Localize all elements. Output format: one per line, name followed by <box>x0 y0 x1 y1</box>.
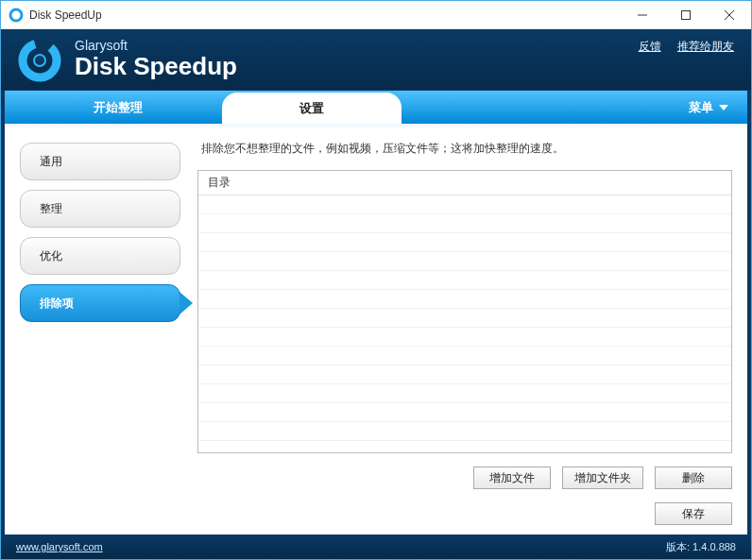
titlebar: Disk SpeedUp <box>1 1 751 29</box>
maximize-icon <box>681 10 691 20</box>
minimize-button[interactable] <box>621 1 664 28</box>
panel-description: 排除您不想整理的文件，例如视频，压缩文件等；这将加快整理的速度。 <box>197 141 732 157</box>
minimize-icon <box>638 10 647 20</box>
app-window: Disk SpeedUp 反馈 推荐给朋友 Glarysoft <box>0 0 752 560</box>
sidenav-label: 整理 <box>40 201 62 217</box>
product-name: Disk Speedup <box>75 52 237 81</box>
feedback-link[interactable]: 反馈 <box>639 40 661 53</box>
version-label: 版本: 1.4.0.888 <box>666 540 736 554</box>
svg-point-7 <box>34 55 45 66</box>
content-frame: 开始整理 设置 菜单 通用 整理 优化 <box>1 90 751 535</box>
window-title: Disk SpeedUp <box>29 8 621 22</box>
sidenav-label: 排除项 <box>40 296 74 312</box>
delete-button[interactable]: 删除 <box>655 467 732 489</box>
inner-content: 开始整理 设置 菜单 通用 整理 优化 <box>5 90 747 535</box>
sidenav-item-exclusions[interactable]: 排除项 <box>20 284 180 322</box>
menu-button[interactable]: 菜单 <box>402 99 738 124</box>
sidenav: 通用 整理 优化 排除项 <box>20 137 180 525</box>
footer: www.glarysoft.com 版本: 1.4.0.888 <box>1 535 751 559</box>
add-folder-button[interactable]: 增加文件夹 <box>562 467 643 489</box>
sidenav-item-optimize[interactable]: 优化 <box>20 237 180 275</box>
window-controls <box>621 1 751 28</box>
listbox-rows <box>198 195 731 452</box>
exclusion-buttons: 增加文件 增加文件夹 删除 <box>197 467 732 489</box>
tab-start-defrag[interactable]: 开始整理 <box>14 99 222 124</box>
maximize-button[interactable] <box>664 1 708 28</box>
exclusion-listbox[interactable]: 目录 <box>197 170 732 453</box>
sidenav-item-general[interactable]: 通用 <box>20 143 180 180</box>
logo-icon <box>18 39 61 82</box>
tab-settings[interactable]: 设置 <box>222 93 402 125</box>
save-button[interactable]: 保存 <box>655 502 732 525</box>
add-file-button[interactable]: 增加文件 <box>473 467 551 489</box>
header-links: 反馈 推荐给朋友 <box>625 39 734 55</box>
website-link[interactable]: www.glarysoft.com <box>16 541 103 552</box>
svg-point-1 <box>14 13 18 17</box>
app-header: 反馈 推荐给朋友 Glarysoft Disk Speedup <box>1 29 751 90</box>
chevron-down-icon <box>719 105 728 110</box>
sidenav-label: 优化 <box>40 248 62 264</box>
company-name: Glarysoft <box>75 39 237 52</box>
tabbar: 开始整理 设置 菜单 <box>5 90 747 124</box>
close-icon <box>725 10 734 20</box>
app-icon <box>9 8 24 23</box>
listbox-header: 目录 <box>198 171 731 195</box>
close-button[interactable] <box>708 1 751 28</box>
main-panel: 排除您不想整理的文件，例如视频，压缩文件等；这将加快整理的速度。 目录 增加文件… <box>197 137 732 525</box>
menu-label: 菜单 <box>689 99 713 116</box>
brand-text: Glarysoft Disk Speedup <box>75 39 237 81</box>
svg-rect-3 <box>682 10 691 19</box>
save-row: 保存 <box>197 502 732 525</box>
tab-settings-label: 设置 <box>299 100 324 117</box>
recommend-link[interactable]: 推荐给朋友 <box>677 40 734 53</box>
sidenav-label: 通用 <box>40 154 62 170</box>
sidenav-item-defrag[interactable]: 整理 <box>20 190 180 228</box>
settings-body: 通用 整理 优化 排除项 排除您不想整理的文件，例如视频，压缩文件等；这将加快整… <box>5 124 747 535</box>
